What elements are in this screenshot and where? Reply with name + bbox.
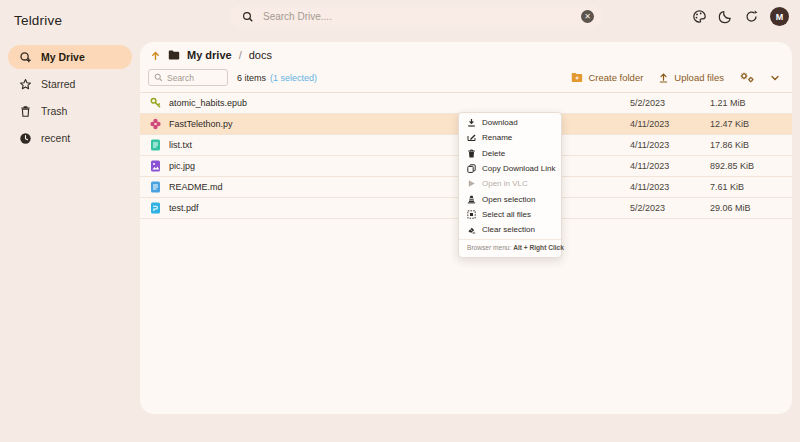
select-all-icon (467, 210, 476, 219)
sidebar: Teldrive My Drive Starred Trash recent (0, 0, 140, 442)
toolbar-actions: Create folder Upload files (571, 71, 780, 84)
clear-selection-icon (467, 225, 476, 234)
star-icon (19, 78, 32, 91)
upload-files-label: Upload files (674, 72, 724, 83)
global-search-input[interactable] (263, 11, 572, 22)
menu-item-label: Open selection (482, 195, 535, 204)
menu-item-label: Open in VLC (482, 179, 528, 188)
file-date: 4/11/2023 (630, 140, 669, 150)
file-row-atomic-habits[interactable]: atomic_habits.epub 5/2/2023 1.21 MiB (140, 93, 792, 114)
menu-item-label: Rename (482, 133, 512, 142)
file-name: FastTelethon.py (169, 119, 233, 129)
menu-item-open-selection[interactable]: Open selection (459, 191, 561, 206)
upload-files-button[interactable]: Upload files (658, 72, 724, 83)
pdf-file-icon (150, 202, 161, 214)
avatar[interactable]: M (770, 7, 789, 26)
breadcrumb: My drive / docs (140, 42, 792, 65)
context-menu-hint: Browser menu: Alt + Right Click (459, 239, 561, 255)
items-count: 6 items (237, 73, 266, 83)
file-date: 4/11/2023 (630, 182, 669, 192)
sidebar-item-label: recent (41, 132, 70, 144)
list-search-box[interactable] (148, 69, 228, 86)
image-file-icon (150, 160, 161, 172)
file-size: 17.86 KiB (710, 140, 749, 150)
file-date: 4/11/2023 (630, 161, 669, 171)
palette-icon[interactable] (692, 9, 707, 24)
file-date: 5/2/2023 (630, 203, 665, 213)
sidebar-item-trash[interactable]: Trash (8, 99, 132, 123)
file-size: 892.85 KiB (710, 161, 754, 171)
menu-item-download[interactable]: Download (459, 115, 561, 130)
sidebar-nav: My Drive Starred Trash recent (0, 45, 140, 150)
menu-item-label: Download (482, 118, 518, 127)
file-name: pic.jpg (169, 161, 195, 171)
trash-icon (19, 105, 32, 118)
context-menu: Download Rename Delete Copy Download Lin… (458, 112, 562, 258)
create-folder-label: Create folder (588, 72, 643, 83)
hint-shortcut: Alt + Right Click (513, 244, 564, 251)
file-size: 29.06 MiB (710, 203, 751, 213)
file-name: list.txt (169, 140, 192, 150)
sidebar-item-label: Trash (41, 105, 67, 117)
header-actions: M (692, 7, 789, 26)
refresh-icon[interactable] (744, 9, 759, 24)
menu-item-clear-selection[interactable]: Clear selection (459, 222, 561, 237)
moon-icon[interactable] (718, 9, 733, 24)
drive-icon (19, 51, 32, 64)
file-size: 1.21 MiB (710, 98, 746, 108)
delete-icon (467, 149, 476, 158)
markdown-file-icon (150, 181, 161, 193)
upload-icon (658, 72, 669, 83)
menu-item-label: Copy Download Link (482, 164, 555, 173)
file-date: 4/11/2023 (630, 119, 669, 129)
toolbar: 6 items (1 selected) Create folder Uploa… (140, 65, 792, 92)
operations-icon[interactable] (739, 71, 755, 84)
sidebar-item-label: Starred (41, 78, 75, 90)
file-size: 12.47 KiB (710, 119, 749, 129)
breadcrumb-current[interactable]: docs (249, 49, 272, 61)
vlc-cone-icon (467, 195, 476, 204)
sidebar-item-my-drive[interactable]: My Drive (8, 45, 132, 69)
search-icon (242, 11, 254, 23)
menu-item-copy-download-link[interactable]: Copy Download Link (459, 161, 561, 176)
sidebar-item-recent[interactable]: recent (8, 126, 132, 150)
file-name: atomic_habits.epub (169, 98, 247, 108)
create-folder-button[interactable]: Create folder (571, 72, 643, 83)
menu-item-label: Clear selection (482, 225, 535, 234)
copy-link-icon (467, 164, 476, 173)
folder-icon (168, 50, 180, 60)
sidebar-item-starred[interactable]: Starred (8, 72, 132, 96)
breadcrumb-separator: / (239, 49, 242, 61)
python-file-icon (150, 118, 161, 130)
go-up-icon[interactable] (150, 50, 161, 61)
file-date: 5/2/2023 (630, 98, 665, 108)
selected-count: (1 selected) (270, 73, 317, 83)
text-file-icon (150, 139, 161, 151)
list-search-input[interactable] (167, 73, 222, 83)
menu-item-label: Delete (482, 149, 505, 158)
menu-item-open-in-vlc: Open in VLC (459, 176, 561, 191)
download-icon (467, 118, 476, 127)
breadcrumb-root[interactable]: My drive (187, 49, 232, 61)
app-title: Teldrive (0, 0, 140, 28)
menu-item-delete[interactable]: Delete (459, 146, 561, 161)
file-size: 7.61 KiB (710, 182, 744, 192)
file-name: README.md (169, 182, 223, 192)
play-icon (467, 179, 476, 188)
sidebar-item-label: My Drive (41, 51, 85, 63)
search-icon (154, 73, 163, 82)
file-name: test.pdf (169, 203, 199, 213)
clear-search-icon[interactable]: ✕ (581, 10, 594, 23)
hint-prefix: Browser menu: (467, 244, 511, 251)
menu-item-label: Select all files (482, 210, 531, 219)
menu-item-select-all-files[interactable]: Select all files (459, 207, 561, 222)
global-search-bar[interactable]: ✕ (230, 5, 602, 28)
menu-item-rename[interactable]: Rename (459, 130, 561, 145)
epub-file-icon (150, 97, 161, 109)
chevron-down-icon[interactable] (770, 73, 780, 83)
rename-icon (467, 133, 476, 142)
folder-plus-icon (571, 72, 583, 83)
clock-icon (19, 132, 32, 145)
